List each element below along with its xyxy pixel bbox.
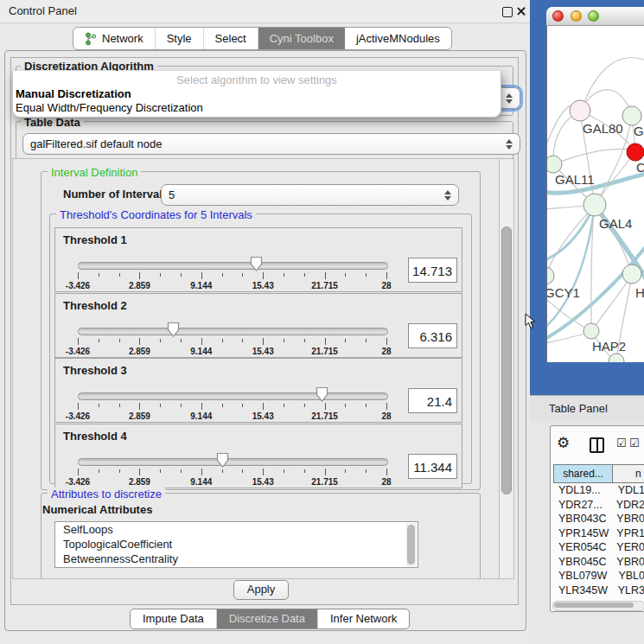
network-node[interactable] [547, 267, 554, 284]
threshold-label: Threshold 3 [63, 364, 127, 377]
control-panel: Control Panel Network Style Select Cyni … [0, 0, 530, 644]
table-data-combobox[interactable]: galFiltered.sif default node [22, 133, 520, 155]
tab-network[interactable]: Network [73, 28, 156, 49]
network-node[interactable] [622, 106, 641, 125]
slider-track[interactable] [78, 328, 388, 335]
table-row[interactable]: YBR043C YBR0 [553, 513, 644, 527]
threshold-row: Threshold 4 -3.4262.8599.14415.4321.7152… [54, 424, 462, 488]
bottom-tabbar: Impute Data Discretize Data Infer Networ… [130, 609, 410, 629]
network-node[interactable] [622, 265, 641, 284]
tab-select[interactable]: Select [204, 28, 258, 49]
slider-track[interactable] [78, 458, 388, 466]
table-row[interactable]: YDR27... YDR2 [553, 499, 644, 513]
slider-ticks [78, 469, 386, 476]
tab-jactivemnodules[interactable]: jActiveMNodules [345, 28, 451, 49]
cell-name: YLR3 [613, 584, 644, 599]
cell-shared-name: YDR27... [553, 499, 611, 513]
cell-name: YER0 [611, 541, 644, 556]
network-icon [85, 32, 97, 46]
settings-scrollbar[interactable] [499, 158, 514, 579]
column-header-shared[interactable]: shared... [553, 464, 613, 483]
network-edge[interactable] [553, 149, 634, 164]
table-row[interactable]: YPR145W YPR1 [553, 527, 644, 542]
close-icon[interactable] [516, 6, 526, 16]
numerical-attributes-list[interactable]: SelfLoopsTopologicalCoefficientBetweenne… [54, 521, 418, 568]
checkbox-icon[interactable]: ☑ [616, 437, 627, 450]
network-edge[interactable] [582, 58, 644, 109]
table-row[interactable]: YDL19... YDL1 [553, 484, 644, 499]
slider-track[interactable] [78, 392, 388, 400]
threshold-value-field[interactable]: 14.713 [408, 258, 457, 283]
tab-label: Select [215, 32, 246, 45]
node-label: C [636, 160, 644, 175]
dropdown-option-manual-discretization[interactable]: Manual Discretization [16, 87, 131, 100]
network-node[interactable] [570, 100, 590, 121]
table-row[interactable]: YIL052C YIL0 [553, 598, 644, 600]
slider-thumb[interactable] [216, 452, 229, 469]
close-traffic-light-icon[interactable] [552, 10, 564, 22]
table-row[interactable]: YBL079W YBL0 [553, 570, 644, 584]
number-of-intervals-combobox[interactable]: 5 [161, 184, 459, 206]
threshold-value-field[interactable]: 6.316 [408, 323, 457, 348]
mouse-cursor [525, 313, 536, 329]
attributes-scrollbar[interactable] [406, 523, 417, 566]
table-header: shared... n [553, 464, 644, 483]
network-node[interactable] [627, 143, 644, 161]
table-hscrollbar[interactable] [552, 601, 644, 611]
threshold-value-field[interactable]: 11.344 [408, 454, 457, 479]
network-canvas[interactable]: GAL80GACGAL11GAL4GCY1HHAP2 [547, 26, 644, 362]
slider-ticks [78, 403, 386, 411]
network-node[interactable] [583, 194, 606, 216]
number-of-intervals-value: 5 [169, 188, 175, 201]
threshold-slider[interactable]: -3.4262.8599.14415.4321.71528 [78, 388, 386, 421]
slider-tick-labels: -3.4262.8599.14415.4321.71528 [78, 411, 386, 422]
tab-cyni-toolbox[interactable]: Cyni Toolbox [258, 28, 345, 49]
tab-discretize-data[interactable]: Discretize Data [217, 609, 318, 628]
gear-icon[interactable]: ⚙ [557, 434, 570, 451]
network-node[interactable] [609, 354, 624, 362]
attribute-item[interactable]: TopologicalCoefficient [55, 537, 418, 552]
network-node[interactable] [583, 323, 599, 339]
scrollbar-thumb[interactable] [501, 226, 512, 494]
minimize-traffic-light-icon[interactable] [571, 10, 582, 22]
column-header-name[interactable]: n [613, 464, 644, 483]
cell-shared-name: YLR345W [553, 584, 613, 599]
tab-style[interactable]: Style [156, 28, 204, 49]
apply-button[interactable]: Apply [233, 580, 289, 600]
slider-thumb[interactable] [316, 386, 328, 403]
slider-thumb[interactable] [167, 322, 180, 338]
float-window-icon[interactable] [502, 7, 513, 17]
cell-name: YDR2 [611, 499, 644, 513]
cell-name: YBR0 [611, 556, 644, 571]
dropdown-prompt-option[interactable]: Select algorithm to view settings [13, 73, 501, 86]
table-row[interactable]: YLR345W YLR3 [553, 584, 644, 599]
threshold-value-field[interactable]: 21.4 [408, 388, 457, 413]
table-row[interactable]: YBR045C YBR0 [553, 556, 644, 571]
slider-track[interactable] [78, 262, 388, 270]
threshold-slider[interactable]: -3.4262.8599.14415.4321.71528 [78, 258, 386, 290]
columns-icon[interactable] [590, 437, 604, 453]
tab-label: Style [167, 32, 192, 45]
dropdown-option-equal-width[interactable]: Equal Width/Frequency Discretization [16, 101, 203, 114]
scrollbar-thumb[interactable] [554, 603, 634, 608]
threshold-slider[interactable]: -3.4262.8599.14415.4321.71528 [78, 454, 386, 487]
network-edge[interactable] [547, 211, 594, 330]
slider-thumb[interactable] [250, 256, 263, 272]
table-row[interactable]: YER054C YER0 [553, 541, 644, 556]
slider-ticks [78, 338, 386, 346]
slider-tick-labels: -3.4262.8599.14415.4321.71528 [78, 347, 386, 357]
cell-name: YPR1 [611, 527, 644, 542]
tab-impute-data[interactable]: Impute Data [131, 609, 217, 628]
zoom-traffic-light-icon[interactable] [588, 10, 599, 22]
attribute-items: SelfLoopsTopologicalCoefficientBetweenne… [55, 522, 418, 566]
attribute-item[interactable]: SelfLoops [55, 522, 418, 537]
slider-ticks [78, 272, 386, 280]
tab-infer-network[interactable]: Infer Network [318, 609, 409, 628]
attribute-item[interactable]: BetweennessCentrality [55, 552, 418, 566]
network-node[interactable] [547, 156, 562, 173]
threshold-slider[interactable]: -3.4262.8599.14415.4321.71528 [78, 323, 386, 356]
threshold-row: Threshold 2 -3.4262.8599.14415.4321.7152… [54, 293, 462, 358]
checkbox-icon[interactable]: ☑ [629, 437, 640, 450]
cell-shared-name: YBR043C [553, 513, 611, 527]
thresholds-group-title: Threshold's Coordinates for 5 Intervals [56, 208, 256, 221]
